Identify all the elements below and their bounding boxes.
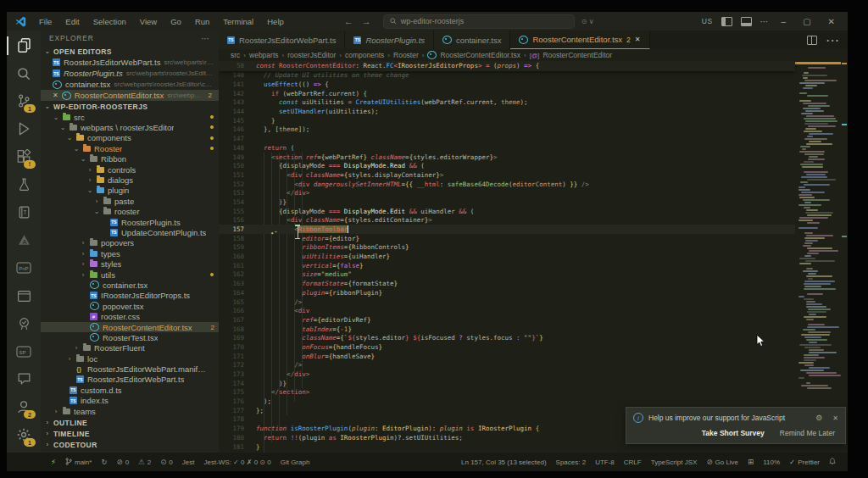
tab-RoosterJsEditorWebPart.ts[interactable]: TSRoosterJsEditorWebPart.ts bbox=[219, 31, 345, 49]
status-item[interactable] bbox=[829, 458, 836, 467]
status-item-2[interactable]: ⚠2 bbox=[138, 458, 151, 466]
status-item[interactable]: ⚡ bbox=[51, 458, 56, 466]
tree-item-popover.tsx[interactable]: popover.tsx bbox=[41, 301, 219, 311]
close-icon[interactable]: ✕ bbox=[832, 414, 838, 422]
status-item-jestws[interactable]: Jest-WS: ✓ 0 ✗ 0 ⊙ 0 bbox=[203, 459, 270, 466]
code-line-171[interactable]: 171 onBlur={handleSave} bbox=[219, 352, 795, 361]
code-line-156[interactable]: 156 <div className={styles.editContainer… bbox=[219, 216, 795, 225]
tree-item-webparts-roosterjseditor[interactable]: ⌄webparts \ roosterJsEditor bbox=[41, 122, 219, 132]
code-line-166[interactable]: 166 <div bbox=[219, 306, 795, 315]
code-line-153[interactable]: 153 </div> bbox=[219, 188, 795, 197]
pnp-icon[interactable]: PnP bbox=[14, 258, 34, 278]
code-line-148[interactable]: 148 return ( bbox=[219, 143, 795, 153]
timeline-section[interactable]: › TIMELINE bbox=[41, 428, 219, 439]
tree-item-rooster.css[interactable]: #rooster.css bbox=[41, 311, 219, 321]
code-line-167[interactable]: 167 ref={editorDivRef} bbox=[219, 315, 795, 325]
code-line-164[interactable]: 164 plugin={ribbonPlugin} bbox=[219, 288, 795, 297]
code-line-143[interactable]: 143 const uiUtilities = CreateUIUtilitie… bbox=[219, 98, 795, 108]
tree-item-types[interactable]: ›types bbox=[41, 248, 219, 258]
code-line-172[interactable]: 172 /> bbox=[219, 361, 795, 370]
code-line-165[interactable]: 165 /> bbox=[219, 297, 795, 307]
status-item-jest[interactable]: Jest bbox=[182, 459, 195, 466]
code-line-141[interactable]: 141 useEffect(() => { bbox=[219, 80, 795, 89]
minimap[interactable] bbox=[795, 61, 841, 453]
tree-item-utils[interactable]: ›utils bbox=[41, 270, 219, 280]
status-item[interactable]: ⊞ bbox=[748, 458, 754, 466]
tab-container.tsx[interactable]: container.tsx bbox=[434, 31, 510, 49]
codetour-section[interactable]: › CODETOUR bbox=[41, 439, 219, 450]
tree-item-ribbon[interactable]: ⌄Ribbon bbox=[41, 154, 219, 164]
toggle-sidebar-icon[interactable] bbox=[721, 17, 732, 26]
breadcrumb-item-webparts[interactable]: webparts bbox=[249, 51, 279, 59]
code-line-174[interactable]: 174 )} bbox=[219, 379, 795, 388]
tree-item-rooster[interactable]: ⌄Rooster bbox=[41, 143, 219, 153]
profile-chevron-icon[interactable]: ⊙ ∨ bbox=[581, 18, 594, 25]
command-center[interactable]: wp-editor-roosterjs bbox=[383, 14, 575, 29]
gear-icon[interactable]: ⚙ bbox=[815, 414, 822, 422]
breadcrumb-item-RoosterContentEditor[interactable]: RoosterContentEditor bbox=[542, 51, 612, 59]
tree-item-popovers[interactable]: ›popovers bbox=[41, 238, 219, 248]
tree-item-roosterplugin.ts[interactable]: TSRoosterPlugin.ts bbox=[41, 217, 219, 227]
back-arrow-icon[interactable]: ← bbox=[344, 16, 353, 26]
breadcrumb-item-components[interactable]: components bbox=[345, 51, 384, 59]
menu-edit[interactable]: Edit bbox=[59, 15, 85, 28]
code-line-147[interactable]: 147 bbox=[219, 134, 795, 143]
code-line-160[interactable]: 160 uiUtilities={uiHandler} bbox=[219, 252, 795, 261]
menu-help[interactable]: Help bbox=[261, 15, 290, 28]
approvals-circle-icon[interactable] bbox=[14, 314, 34, 334]
browser-window-icon[interactable] bbox=[14, 286, 34, 306]
tree-item-roosterfluent[interactable]: ›RoosterFluent bbox=[41, 343, 219, 353]
take-survey-button[interactable]: Take Short Survey bbox=[702, 429, 765, 437]
close-icon[interactable]: ✕ bbox=[635, 36, 641, 43]
menu-go[interactable]: Go bbox=[164, 15, 187, 28]
code-line-152[interactable]: 152 <div dangerouslySetInnerHTML={{ __ht… bbox=[219, 180, 795, 189]
breadcrumb-item-RoosterContentEditor.tsx[interactable]: RoosterContentEditor.tsx bbox=[440, 51, 520, 59]
status-item-0[interactable]: ⊘0 bbox=[117, 458, 130, 466]
split-editor-icon[interactable] bbox=[807, 36, 817, 45]
tree-item-dialogs[interactable]: ›dialogs bbox=[41, 175, 219, 185]
code-line-158[interactable]: 158 editor={editor} bbox=[219, 234, 795, 243]
workspace-root[interactable]: ⌄ WP-EDITOR-ROOSTERJS bbox=[41, 101, 219, 112]
accounts-icon[interactable]: 2 bbox=[14, 397, 34, 417]
docs-book-icon[interactable]: T bbox=[14, 203, 34, 223]
forward-arrow-icon[interactable]: → bbox=[362, 16, 371, 26]
close-icon[interactable]: ✕ bbox=[53, 92, 58, 99]
source-control-icon[interactable]: 1 bbox=[14, 92, 34, 112]
status-item-spaces[interactable]: Spaces: 2 bbox=[556, 459, 587, 466]
code-line-151[interactable]: 151 <div className={styles.displayContai… bbox=[219, 170, 795, 180]
tree-item-teams[interactable]: ›teams bbox=[41, 406, 219, 416]
code-area[interactable]: 58const RoosterContentEditor: React.FC<I… bbox=[219, 61, 848, 453]
spfx-icon[interactable]: SP bbox=[14, 342, 34, 362]
extensions-icon[interactable]: ! bbox=[14, 147, 34, 167]
tree-item-updatecontentplugin.ts[interactable]: TSUpdateContentPlugin.ts bbox=[41, 227, 219, 237]
run-debug-icon[interactable] bbox=[14, 119, 34, 139]
status-item-utf8[interactable]: UTF-8 bbox=[595, 459, 615, 466]
maximize-button[interactable]: ▢ bbox=[798, 17, 815, 26]
minimize-button[interactable]: – bbox=[777, 17, 791, 26]
menu-terminal[interactable]: Terminal bbox=[217, 15, 259, 28]
code-line-176[interactable]: 176 ); bbox=[219, 397, 795, 406]
overview-ruler[interactable] bbox=[841, 61, 848, 453]
tab-RoosterContentEditor.tsx[interactable]: RoosterContentEditor.tsx2✕ bbox=[510, 31, 649, 49]
tree-item-src[interactable]: ⌄src bbox=[41, 112, 219, 122]
explorer-icon[interactable] bbox=[14, 36, 34, 56]
tab-RoosterPlugin.ts[interactable]: TSRoosterPlugin.ts bbox=[345, 31, 434, 49]
open-editor-RoosterPlugin.ts[interactable]: TSRoosterPlugin.tssrc\webparts\roosterJs… bbox=[41, 68, 219, 79]
explorer-more-icon[interactable]: ⋯ bbox=[201, 34, 210, 43]
code-line-168[interactable]: 168 tabIndex={-1} bbox=[219, 325, 795, 334]
code-line-159[interactable]: 159 ribbonItems={RibbonControls} bbox=[219, 243, 795, 253]
status-item[interactable]: ↻ bbox=[101, 458, 107, 466]
tree-item-roosterjseditorwebpart.manifest.json[interactable]: {}RoosterJsEditorWebPart.manifest.json bbox=[41, 364, 219, 374]
test-beaker-icon[interactable] bbox=[14, 175, 34, 195]
open-editor-RoosterJsEditorWebPart.ts[interactable]: TSRoosterJsEditorWebPart.tssrc\webparts\… bbox=[41, 57, 219, 68]
breadcrumb-item-src[interactable]: src bbox=[231, 51, 240, 59]
open-editors-section[interactable]: ⌄ OPEN EDITORS bbox=[41, 46, 219, 57]
tree-item-index.ts[interactable]: TSindex.ts bbox=[41, 396, 219, 406]
tree-item-container.tsx[interactable]: container.tsx bbox=[41, 280, 219, 290]
code-line-170[interactable]: 170 onFocus={handleFocus} bbox=[219, 342, 795, 352]
status-item-main[interactable]: main* bbox=[65, 458, 92, 467]
status-item-typescript[interactable]: TypeScript JSX bbox=[651, 459, 698, 466]
menu-selection[interactable]: Selection bbox=[87, 15, 132, 28]
code-line-169[interactable]: 169 className={`${styles.editor} ${isFoc… bbox=[219, 333, 795, 342]
code-line-140[interactable]: 140 // Update UI utilities on theme chan… bbox=[219, 71, 795, 81]
